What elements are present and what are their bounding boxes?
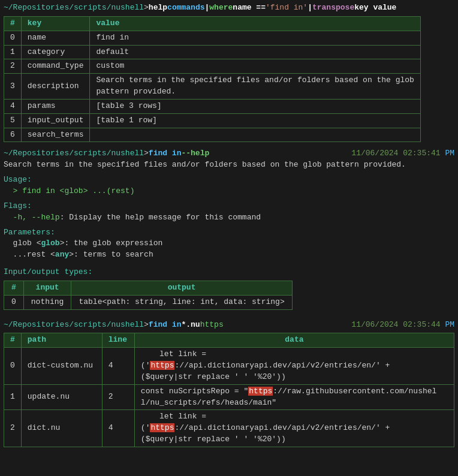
col-hash-1: #	[4, 16, 22, 31]
cmd-find-in: find in	[149, 148, 182, 159]
table-row: 4 params [table 3 rows]	[4, 99, 421, 113]
timestamp-2: 11/06/2024 02:35:41 PM	[351, 148, 454, 159]
prompt-line-1: ~/Repositories/scripts/nushell> help com…	[4, 2, 454, 14]
help-description: Search terms in the specified files and/…	[4, 159, 454, 171]
cmd-https-arg: https	[200, 320, 224, 331]
flags-label: Flags:	[4, 201, 32, 210]
io-section: Input/output types: # input output 0 not…	[4, 267, 454, 310]
flags-section: Flags: -h, --help: Display the help mess…	[4, 201, 454, 224]
timestamp-3: 11/06/2024 02:35:44 PM	[351, 320, 454, 331]
prompt-line-3: ~/Repositories/scripts/nushell> find in …	[4, 320, 454, 331]
io-label: Input/output types:	[4, 267, 92, 276]
param-glob-type: glob	[41, 239, 59, 248]
cmd-find-in-str: 'find in'	[266, 2, 308, 14]
table-row: 0 name find in	[4, 31, 421, 45]
table-row: 2 command_type custom	[4, 59, 421, 74]
cmd-commands: commands	[167, 2, 204, 14]
https-highlight-3: https	[150, 423, 174, 432]
table-row: 5 input_output [table 1 row]	[4, 113, 421, 128]
col-line: line	[102, 333, 134, 348]
prompt-path-2: ~/Repositories/scripts/nushell	[4, 148, 144, 159]
table-row: 1 category default	[4, 45, 421, 59]
io-col-hash: #	[4, 281, 24, 295]
cmd-find-in-2: find in	[149, 320, 182, 331]
table-row: 2 dict.nu 4 let link =('https://api.dict…	[4, 410, 454, 447]
prompt-path-3: ~/Repositories/scripts/nushell	[4, 320, 144, 331]
terminal: ~/Repositories/scripts/nushell> help com…	[0, 0, 458, 452]
prompt-line-2: ~/Repositories/scripts/nushell> find in …	[4, 148, 454, 159]
col-value: value	[90, 16, 421, 31]
io-col-output: output	[71, 281, 292, 295]
flags-detail: -h, --help	[13, 213, 60, 222]
usage-section: Usage: > find in <glob> ...(rest)	[4, 174, 454, 197]
table-3: # path line data 0 dict-custom.nu 4 let …	[4, 333, 454, 447]
cmd-where: where	[209, 2, 233, 14]
table-row: 0 dict-custom.nu 4 let link =('https://a…	[4, 348, 454, 385]
timestamp-pm-2: PM	[445, 149, 454, 158]
col-path: path	[21, 333, 102, 348]
col-key: key	[21, 16, 90, 31]
col-hash-3: #	[4, 333, 22, 348]
param-rest-name: ...rest	[13, 250, 50, 259]
table-1: # key value 0 name find in 1 category de…	[4, 16, 421, 143]
param-glob-name: glob	[13, 239, 37, 248]
io-row: 0 nothing table<path: string, line: int,…	[4, 295, 293, 309]
io-table: # input output 0 nothing table<path: str…	[4, 281, 293, 310]
params-section: Parameters: glob <glob>: the glob expres…	[4, 227, 454, 261]
table-row: 3 description Search terms in the specif…	[4, 74, 421, 100]
param-rest-type: any	[55, 250, 69, 259]
https-highlight: https	[150, 361, 174, 370]
table-row: 6 search_terms	[4, 128, 421, 142]
cmd-transpose: transpose	[312, 2, 354, 14]
io-col-input: input	[23, 281, 71, 295]
prompt-path-1: ~/Repositories/scripts/nushell	[4, 2, 144, 14]
timestamp-pm-3: PM	[445, 320, 454, 329]
https-highlight-2: https	[248, 387, 273, 396]
usage-cmd: > find in <glob> ...(rest)	[13, 186, 135, 195]
table-row: 1 update.nu 2 const nuScriptsRepo = "htt…	[4, 384, 454, 410]
col-data: data	[134, 333, 454, 348]
cmd-help: help	[149, 2, 167, 14]
params-label: Parameters:	[4, 228, 55, 237]
cmd-help-flag: --help	[181, 148, 209, 159]
usage-label: Usage:	[4, 175, 32, 184]
